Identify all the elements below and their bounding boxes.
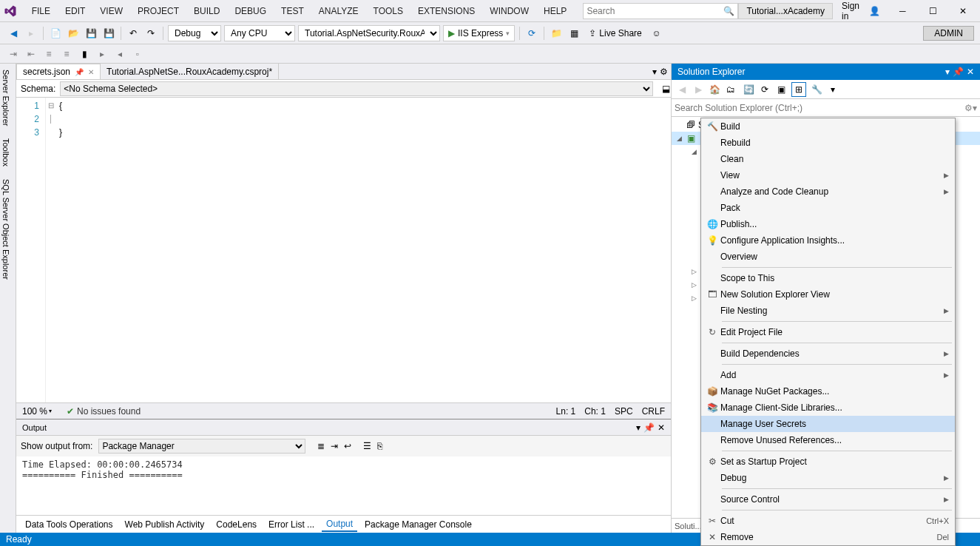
menu-analyze[interactable]: ANALYZE — [311, 0, 366, 21]
menu-debug[interactable]: DEBUG — [227, 0, 274, 21]
se-properties-icon[interactable]: 🔧 — [809, 82, 824, 97]
se-showall-icon[interactable]: ⊞ — [791, 82, 806, 97]
se-pin-icon[interactable]: 📌 — [953, 67, 964, 77]
undo-icon[interactable]: ↶ — [126, 26, 141, 41]
titlebar-search[interactable]: 🔍 — [583, 3, 738, 19]
save-icon[interactable]: 💾 — [84, 26, 98, 41]
bottom-tab-codelens[interactable]: CodeLens — [212, 518, 261, 531]
se-sync-icon[interactable]: 🔄 — [741, 82, 756, 97]
ctx-analyze-and-code-cleanup[interactable]: Analyze and Code Cleanup▶ — [701, 183, 955, 200]
sign-in-button[interactable]: Sign in 👤 — [836, 1, 886, 21]
save-all-icon[interactable]: 💾 — [101, 26, 116, 41]
folder-icon[interactable]: 📁 — [549, 26, 564, 41]
schema-dropdown[interactable]: <No Schema Selected> — [60, 81, 653, 96]
output-indent-icon[interactable]: ⇥ — [331, 441, 338, 451]
tab-secrets[interactable]: secrets.json 📌 ✕ — [16, 64, 101, 79]
config-dropdown[interactable]: Debug — [168, 25, 221, 41]
ctx-remove-unused-references[interactable]: Remove Unused References... — [701, 432, 955, 448]
menu-build[interactable]: BUILD — [186, 0, 227, 21]
zoom-dropdown[interactable]: 100 %▾ — [22, 406, 52, 417]
code-editor[interactable]: 123 ⊟│ {} — [16, 98, 671, 402]
new-project-icon[interactable]: 📄 — [48, 26, 63, 41]
ctx-view[interactable]: View▶ — [701, 167, 955, 183]
ctx-debug[interactable]: Debug▶ — [701, 470, 955, 486]
bottom-tab-output[interactable]: Output — [322, 517, 357, 532]
menu-test[interactable]: TEST — [274, 0, 311, 21]
se-collapse-icon[interactable]: ▣ — [774, 82, 788, 97]
output-list-icon[interactable]: ☰ — [363, 441, 371, 451]
se-back-icon[interactable]: ◀ — [675, 82, 689, 97]
platform-dropdown[interactable]: Any CPU — [224, 25, 295, 41]
next-bookmark-icon[interactable]: ▸ — [95, 47, 109, 61]
se-search[interactable]: ⚙▾ — [672, 99, 980, 117]
menu-edit[interactable]: EDIT — [58, 0, 92, 21]
browser-link-icon[interactable]: ⟳ — [524, 26, 539, 41]
menu-window[interactable]: WINDOW — [482, 0, 536, 21]
menu-help[interactable]: HELP — [536, 0, 574, 21]
ctx-build[interactable]: 🔨Build — [701, 118, 955, 135]
se-home-icon[interactable]: 🏠 — [707, 82, 722, 97]
ctx-cut[interactable]: ✂CutCtrl+X — [701, 513, 955, 529]
window-icon[interactable]: ▦ — [567, 26, 581, 41]
live-share-button[interactable]: ⇪ Live Share — [584, 28, 646, 38]
menu-project[interactable]: PROJECT — [130, 0, 186, 21]
se-fwd-icon[interactable]: ▶ — [691, 82, 706, 97]
close-tab-icon[interactable]: ✕ — [88, 68, 94, 76]
ctx-remove[interactable]: ✕RemoveDel — [701, 529, 955, 545]
ctx-add[interactable]: Add▶ — [701, 367, 955, 383]
rail-server-explorer[interactable]: Server Explorer — [0, 64, 16, 132]
ctx-pack[interactable]: Pack — [701, 200, 955, 216]
bookmark-icon[interactable]: ▮ — [77, 47, 92, 61]
tab-dropdown-icon[interactable]: ▾ — [652, 67, 657, 77]
outdent-icon[interactable]: ⇤ — [24, 47, 38, 61]
ctx-edit-project-file[interactable]: ↻Edit Project File — [701, 324, 955, 340]
indent-icon[interactable]: ⇥ — [6, 47, 21, 61]
feedback-icon[interactable]: ☺ — [649, 26, 664, 41]
ctx-overview[interactable]: Overview — [701, 249, 955, 265]
ctx-build-dependencies[interactable]: Build Dependencies▶ — [701, 346, 955, 362]
output-text[interactable]: Time Elapsed: 00:00:00.2465734 =========… — [16, 456, 671, 515]
nav-back-icon[interactable]: ◀ — [6, 26, 21, 41]
se-search-input[interactable] — [675, 103, 964, 113]
nav-fwd-icon[interactable]: ▸ — [24, 26, 38, 41]
open-icon[interactable]: 📂 — [66, 26, 81, 41]
error-indicator[interactable]: ✔ No issues found — [67, 406, 141, 417]
output-close-icon[interactable]: ✕ — [658, 422, 665, 433]
se-switch-icon[interactable]: 🗂 — [723, 82, 738, 97]
rail-sql-explorer[interactable]: SQL Server Object Explorer — [0, 173, 16, 286]
pin-icon[interactable]: 📌 — [75, 68, 84, 76]
bottom-tab-web-publish-activity[interactable]: Web Publish Activity — [121, 518, 209, 531]
code-content[interactable]: {} — [56, 98, 671, 402]
output-wrap-icon[interactable]: ↩ — [344, 441, 351, 451]
menu-tools[interactable]: TOOLS — [366, 0, 410, 21]
close-button[interactable]: ✕ — [950, 1, 977, 21]
ctx-scope-to-this[interactable]: Scope to This — [701, 270, 955, 286]
bottom-tab-error-list-[interactable]: Error List ... — [264, 518, 319, 531]
tab-csproj[interactable]: Tutorial.AspNetSe...RouxAcademy.csproj* — [101, 64, 279, 79]
fold-column[interactable]: ⊟│ — [46, 98, 56, 402]
clear-bookmark-icon[interactable]: ▫ — [130, 47, 145, 61]
redo-icon[interactable]: ↷ — [143, 26, 158, 41]
output-pin-icon[interactable]: 📌 — [643, 422, 655, 433]
menu-view[interactable]: VIEW — [92, 0, 130, 21]
project-indicator[interactable]: Tutorial...xAcademy — [738, 3, 833, 19]
se-preview-icon[interactable]: ▾ — [825, 82, 840, 97]
ctx-manage-client-side-libraries[interactable]: 📚Manage Client-Side Libraries... — [701, 400, 955, 416]
output-from-dropdown[interactable]: Package Manager — [98, 439, 305, 454]
se-search-settings-icon[interactable]: ⚙▾ — [964, 103, 977, 113]
output-clear-icon[interactable]: ≣ — [317, 441, 325, 451]
minimize-button[interactable]: ─ — [889, 1, 916, 21]
ctx-manage-user-secrets[interactable]: Manage User Secrets — [701, 416, 955, 432]
prev-bookmark-icon[interactable]: ◂ — [112, 47, 127, 61]
ctx-publish[interactable]: 🌐Publish... — [701, 216, 955, 232]
ctx-source-control[interactable]: Source Control▶ — [701, 491, 955, 508]
se-dropdown-icon[interactable]: ▾ — [945, 67, 950, 77]
maximize-button[interactable]: ☐ — [919, 1, 947, 21]
ctx-configure-application-insights[interactable]: 💡Configure Application Insights... — [701, 232, 955, 249]
ctx-new-solution-explorer-view[interactable]: 🗔New Solution Explorer View — [701, 286, 955, 303]
tab-gear-icon[interactable]: ⚙ — [660, 67, 668, 77]
output-dropdown-icon[interactable]: ▾ — [636, 422, 641, 433]
startup-dropdown[interactable]: Tutorial.AspNetSecurity.RouxAcad... — [298, 25, 440, 41]
ctx-rebuild[interactable]: Rebuild — [701, 135, 955, 151]
ctx-set-as-startup-project[interactable]: ⚙Set as Startup Project — [701, 454, 955, 470]
